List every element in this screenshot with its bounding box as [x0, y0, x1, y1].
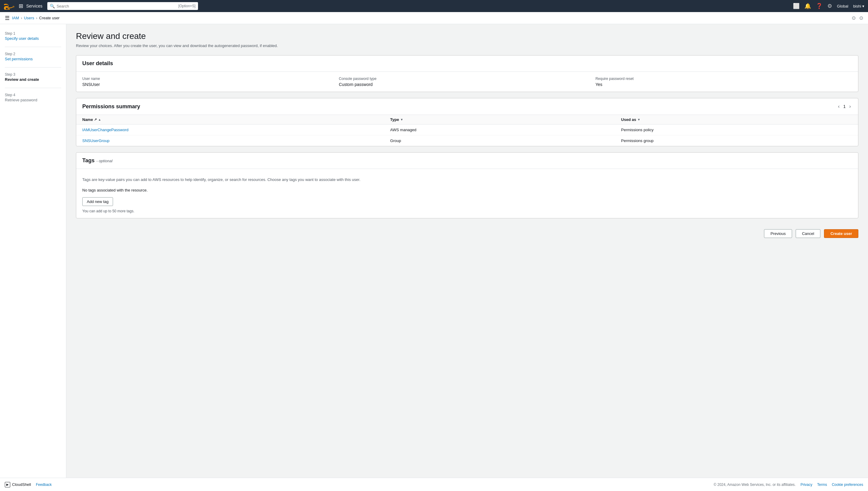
user-details-table: User name SNSUser Console password type …: [76, 72, 858, 92]
step2-label: Step 2: [5, 52, 61, 56]
sidebar-divider-3: [5, 88, 61, 88]
aws-logo[interactable]: [4, 2, 15, 10]
bottom-bar: ▶ CloudShell Feedback © 2024, Amazon Web…: [0, 478, 868, 491]
sidebar-divider-1: [5, 47, 61, 47]
used-as-sort-icon[interactable]: ▼: [638, 118, 641, 121]
main-content: Review and create Review your choices. A…: [66, 24, 868, 478]
feedback-link[interactable]: Feedback: [36, 483, 52, 487]
sidebar-step-1: Step 1 Specify user details: [5, 31, 61, 41]
hamburger-menu[interactable]: ☰: [5, 15, 10, 21]
circle-icon-2[interactable]: ⊙: [859, 15, 863, 21]
user-name-col: User name SNSUser: [82, 77, 339, 87]
page-num: 1: [843, 104, 846, 109]
password-type-value: Custom password: [339, 82, 595, 87]
tags-header: Tags - optional: [76, 153, 858, 169]
bottom-links: © 2024, Amazon Web Services, Inc. or its…: [714, 483, 863, 487]
search-input[interactable]: [57, 4, 179, 8]
nav-right: ⬜ 🔔 ❓ ⚙ Global bishi ▾: [793, 3, 864, 9]
row1-name: IAMUserChangePassword: [82, 127, 390, 132]
step4-text: Retrieve password: [5, 98, 61, 102]
tags-description: Tags are key-value pairs you can add to …: [82, 174, 852, 182]
search-bar[interactable]: 🔍 [Option+S]: [47, 2, 198, 10]
sidebar-divider-2: [5, 67, 61, 67]
table-row: IAMUserChangePassword AWS managed Permis…: [76, 124, 858, 136]
create-user-button[interactable]: Create user: [824, 229, 858, 238]
step4-label: Step 4: [5, 93, 61, 97]
nav-side-icons: ⊙ ⊙: [852, 15, 863, 21]
cloudshell-icon: ▶: [5, 482, 10, 487]
circle-icon-1[interactable]: ⊙: [852, 15, 856, 21]
step3-label: Step 3: [5, 73, 61, 77]
tags-title: Tags: [82, 157, 95, 164]
col-used-as-header: Used as ▼: [621, 117, 852, 122]
page-title: Review and create: [76, 31, 858, 41]
row1-name-link[interactable]: IAMUserChangePassword: [82, 127, 128, 132]
settings-icon[interactable]: ⚙: [827, 3, 832, 9]
breadcrumb-iam[interactable]: IAM: [12, 16, 19, 20]
permissions-card: Permissions summary ‹ 1 › Name ↗ ▲ Type …: [76, 98, 858, 146]
grid-icon[interactable]: ⊞: [19, 3, 23, 9]
user-name-label: User name: [82, 77, 339, 81]
region-selector[interactable]: Global: [837, 4, 848, 8]
table-row: SNSUserGroup Group Permissions group: [76, 136, 858, 146]
breadcrumb-sep-2: ›: [36, 16, 37, 20]
main-layout: Step 1 Specify user details Step 2 Set p…: [0, 24, 868, 478]
cloudshell-button[interactable]: ▶ CloudShell: [5, 482, 31, 487]
col-name-header: Name ↗ ▲: [82, 117, 390, 122]
services-label[interactable]: Services: [26, 4, 42, 8]
top-nav: ⊞ Services 🔍 [Option+S] ⬜ 🔔 ❓ ⚙ Global b…: [0, 0, 868, 12]
breadcrumb-sep-1: ›: [21, 16, 22, 20]
row2-type: Group: [390, 139, 621, 143]
search-icon: 🔍: [50, 4, 55, 8]
sidebar-step-3: Step 3 Review and create: [5, 73, 61, 82]
col-type-header: Type ▼: [390, 117, 621, 122]
step3-text: Review and create: [5, 77, 61, 82]
page-subtitle: Review your choices. After you create th…: [76, 44, 858, 48]
second-bar: ☰ IAM › Users › Create user ⊙ ⊙: [0, 12, 868, 24]
cookie-link[interactable]: Cookie preferences: [832, 483, 863, 487]
next-page-btn[interactable]: ›: [848, 103, 852, 110]
tags-optional: - optional: [96, 158, 113, 163]
tags-empty-msg: No tags associated with the resource.: [82, 188, 852, 193]
row1-used-as: Permissions policy: [621, 127, 852, 132]
user-details-header: User details: [76, 56, 858, 72]
external-link-icon: ↗: [94, 118, 97, 121]
password-type-col: Console password type Custom password: [339, 77, 595, 87]
bell-icon[interactable]: 🔔: [804, 3, 811, 9]
terminal-icon[interactable]: ⬜: [793, 3, 800, 9]
step1-link[interactable]: Specify user details: [5, 36, 61, 41]
action-bar: Previous Cancel Create user: [76, 224, 858, 243]
permissions-pagination: ‹ 1 ›: [837, 103, 852, 110]
row2-name: SNSUserGroup: [82, 139, 390, 143]
user-name-value: SNSUser: [82, 82, 339, 87]
sidebar: Step 1 Specify user details Step 2 Set p…: [0, 24, 66, 478]
permissions-header: Permissions summary ‹ 1 ›: [76, 98, 858, 115]
help-icon[interactable]: ❓: [816, 3, 823, 9]
sidebar-step-4: Step 4 Retrieve password: [5, 93, 61, 102]
row2-name-link[interactable]: SNSUserGroup: [82, 139, 110, 143]
password-type-label: Console password type: [339, 77, 595, 81]
breadcrumb-current: Create user: [39, 16, 60, 20]
step2-link[interactable]: Set permissions: [5, 57, 61, 61]
sidebar-step-2: Step 2 Set permissions: [5, 52, 61, 61]
privacy-link[interactable]: Privacy: [801, 483, 812, 487]
user-details-card: User details User name SNSUser Console p…: [76, 55, 858, 92]
user-menu[interactable]: bishi ▾: [853, 4, 864, 8]
add-tag-button[interactable]: Add new tag: [82, 197, 113, 206]
prev-page-btn[interactable]: ‹: [837, 103, 841, 110]
tags-card: Tags - optional Tags are key-value pairs…: [76, 152, 858, 219]
row1-type: AWS managed: [390, 127, 621, 132]
step1-label: Step 1: [5, 31, 61, 36]
breadcrumb-users[interactable]: Users: [24, 16, 34, 20]
row2-used-as: Permissions group: [621, 139, 852, 143]
tags-note: You can add up to 50 more tags.: [82, 209, 852, 213]
name-sort-icon[interactable]: ▲: [98, 118, 101, 121]
require-reset-label: Require password reset: [595, 77, 852, 81]
terms-link[interactable]: Terms: [817, 483, 827, 487]
require-reset-col: Require password reset Yes: [595, 77, 852, 87]
table-header: Name ↗ ▲ Type ▼ Used as ▼: [76, 115, 858, 124]
type-sort-icon[interactable]: ▼: [400, 118, 403, 121]
cancel-button[interactable]: Cancel: [796, 229, 820, 238]
previous-button[interactable]: Previous: [764, 229, 792, 238]
copyright-text: © 2024, Amazon Web Services, Inc. or its…: [714, 483, 796, 487]
